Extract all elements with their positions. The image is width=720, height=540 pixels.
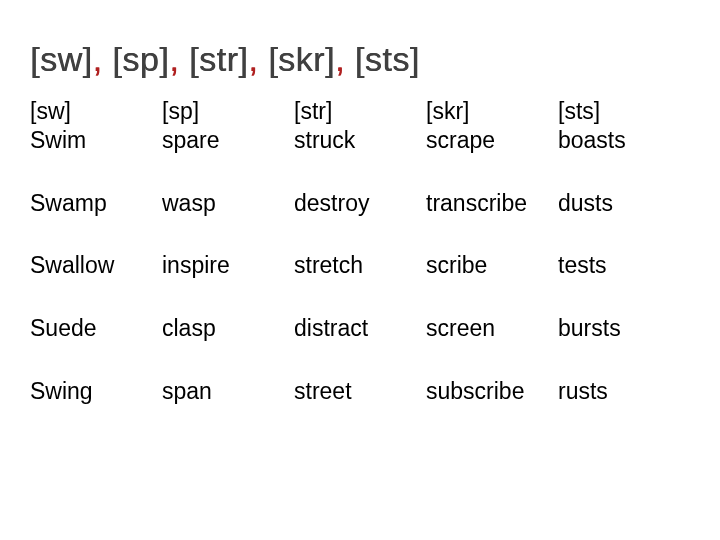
table-cell: scribe xyxy=(426,251,558,314)
word: struck xyxy=(294,126,418,155)
title-segment: [sts] xyxy=(355,40,420,78)
column-header: [skr] xyxy=(426,97,550,126)
title-segment: [sw] xyxy=(30,40,92,78)
table-row: Suede clasp distract screen bursts xyxy=(30,314,690,377)
word: scribe xyxy=(426,252,487,278)
slide-title: [sw], [sp], [str], [skr], [sts] xyxy=(30,40,690,79)
table-cell: [sw] Swim xyxy=(30,97,162,189)
table-cell: tests xyxy=(558,251,690,314)
table-cell: [str] struck xyxy=(294,97,426,189)
title-separator: , xyxy=(248,40,258,78)
word: screen xyxy=(426,315,495,341)
word: bursts xyxy=(558,315,621,341)
table-cell: rusts xyxy=(558,377,690,440)
table-cell: Swamp xyxy=(30,189,162,252)
word: wasp xyxy=(162,190,216,216)
table-cell: stretch xyxy=(294,251,426,314)
title-segment: [str] xyxy=(189,40,248,78)
table-cell: transcribe xyxy=(426,189,558,252)
word: inspire xyxy=(162,252,230,278)
word: Swim xyxy=(30,126,154,155)
word: street xyxy=(294,378,352,404)
table-cell: span xyxy=(162,377,294,440)
table-cell: bursts xyxy=(558,314,690,377)
table-row: Swallow inspire stretch scribe tests xyxy=(30,251,690,314)
word: dusts xyxy=(558,190,613,216)
word: distract xyxy=(294,315,368,341)
title-separator: , xyxy=(92,40,102,78)
table-cell: destroy xyxy=(294,189,426,252)
table-cell: street xyxy=(294,377,426,440)
table-cell: distract xyxy=(294,314,426,377)
table-row: Swamp wasp destroy transcribe dusts xyxy=(30,189,690,252)
table-cell: Swallow xyxy=(30,251,162,314)
table-cell: [sts] boasts xyxy=(558,97,690,189)
table-cell: subscribe xyxy=(426,377,558,440)
table-cell: dusts xyxy=(558,189,690,252)
word: tests xyxy=(558,252,607,278)
word: Suede xyxy=(30,315,97,341)
title-separator: , xyxy=(335,40,345,78)
word: scrape xyxy=(426,126,550,155)
word: rusts xyxy=(558,378,608,404)
word: spare xyxy=(162,126,286,155)
column-header: [sw] xyxy=(30,97,154,126)
table-cell: clasp xyxy=(162,314,294,377)
table-cell: screen xyxy=(426,314,558,377)
word: boasts xyxy=(558,126,682,155)
column-header: [str] xyxy=(294,97,418,126)
table-cell: inspire xyxy=(162,251,294,314)
table-cell: Swing xyxy=(30,377,162,440)
word: span xyxy=(162,378,212,404)
column-header: [sp] xyxy=(162,97,286,126)
title-segment: [sp] xyxy=(112,40,169,78)
column-header: [sts] xyxy=(558,97,682,126)
slide: [sw], [sp], [str], [skr], [sts] [sw] Swi… xyxy=(0,0,720,540)
table-cell: Suede xyxy=(30,314,162,377)
table-cell: [sp] spare xyxy=(162,97,294,189)
word: subscribe xyxy=(426,378,524,404)
word: destroy xyxy=(294,190,369,216)
title-separator: , xyxy=(169,40,179,78)
words-table: [sw] Swim [sp] spare [str] struck [skr] … xyxy=(30,97,690,440)
table-cell: wasp xyxy=(162,189,294,252)
word: Swamp xyxy=(30,190,107,216)
word: Swallow xyxy=(30,252,114,278)
word: transcribe xyxy=(426,190,527,216)
word: stretch xyxy=(294,252,363,278)
table-row: [sw] Swim [sp] spare [str] struck [skr] … xyxy=(30,97,690,189)
word: clasp xyxy=(162,315,216,341)
title-segment: [skr] xyxy=(268,40,335,78)
table-row: Swing span street subscribe rusts xyxy=(30,377,690,440)
table-cell: [skr] scrape xyxy=(426,97,558,189)
word: Swing xyxy=(30,378,93,404)
